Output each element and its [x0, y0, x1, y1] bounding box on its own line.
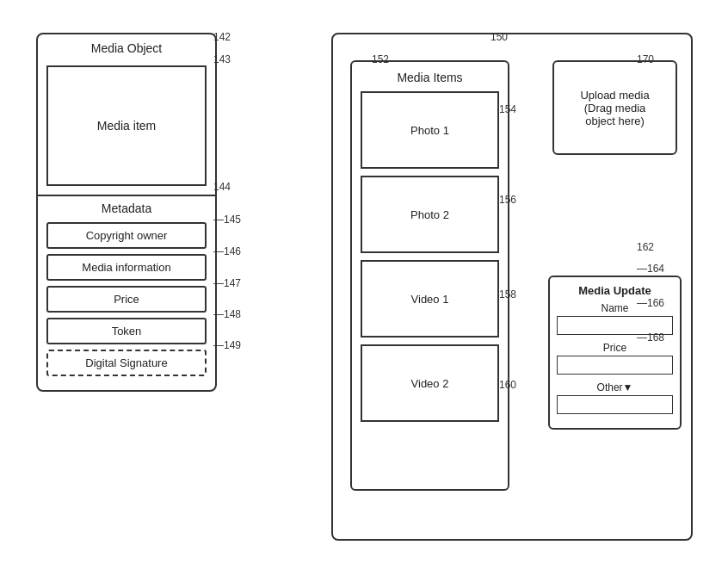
media-item-label: Media item — [97, 119, 156, 133]
media-thumb-photo1: Photo 1 — [361, 91, 499, 169]
media-update-title: Media Update — [557, 284, 673, 297]
metadata-section: Metadata Copyright owner Media informati… — [38, 195, 215, 390]
ref-142: 142 — [213, 31, 231, 43]
ref-147: —147 — [213, 277, 241, 289]
other-select-wrapper: Other▼ — [557, 381, 673, 414]
ref-156: 156 — [499, 194, 516, 206]
ref-145: —145 — [213, 214, 241, 226]
ref-162: 162 — [637, 241, 654, 253]
metadata-copyright: Copyright owner — [46, 222, 207, 249]
ref-154: 154 — [499, 103, 516, 115]
media-object-title: Media Object — [38, 34, 215, 60]
ref-146: —146 — [213, 245, 241, 257]
ref-160: 160 — [499, 379, 516, 391]
ref-168: —168 — [637, 331, 664, 344]
media-object-panel: Media Object Media item Metadata Copyrig… — [36, 33, 217, 392]
metadata-title: Metadata — [46, 201, 207, 215]
other-input[interactable] — [557, 395, 673, 414]
ref-166: —166 — [637, 297, 664, 309]
ref-150: 150 — [490, 31, 508, 43]
media-thumb-photo2: Photo 2 — [361, 176, 499, 253]
price-label: Price — [557, 342, 673, 354]
metadata-token: Token — [46, 318, 207, 344]
metadata-price: Price — [46, 286, 207, 313]
media-items-box: Media Items Photo 1 Photo 2 Video 1 Vide… — [350, 60, 509, 491]
metadata-digital-sig: Digital Signature — [46, 350, 207, 376]
ref-149: —149 — [213, 339, 241, 351]
ref-158: 158 — [499, 288, 516, 300]
diagram: Media Object Media item Metadata Copyrig… — [0, 0, 728, 576]
media-items-title: Media Items — [361, 71, 499, 84]
metadata-media-info: Media information — [46, 254, 207, 281]
other-label: Other▼ — [557, 381, 673, 393]
ref-164: —164 — [637, 263, 664, 275]
upload-box: Upload media (Drag media object here) — [552, 60, 677, 155]
media-thumb-video1: Video 1 — [361, 260, 499, 338]
upload-title: Upload media — [580, 89, 649, 102]
ref-170: 170 — [637, 53, 654, 65]
ref-148: —148 — [213, 308, 241, 320]
upload-subtitle: (Drag media object here) — [584, 102, 646, 127]
ref-144: 144 — [213, 181, 231, 193]
ref-152: 152 — [372, 53, 389, 65]
ref-143: 143 — [213, 53, 231, 65]
media-thumb-video2: Video 2 — [361, 344, 499, 422]
media-item-box: Media item — [46, 65, 207, 186]
price-input[interactable] — [557, 356, 673, 375]
